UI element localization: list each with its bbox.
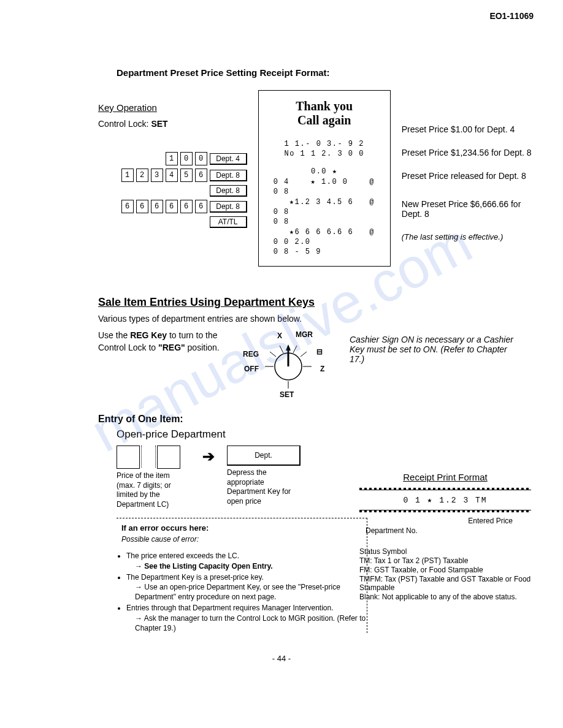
key-digit: 6 [195, 169, 207, 182]
key-digit: 6 [166, 200, 178, 213]
key-digit: 1 [121, 169, 134, 182]
rpf-title: Receipt Print Format [359, 472, 531, 482]
error-bullet: The price entered exceeds the LC. → See … [126, 551, 367, 571]
dept-button: Dept. 8 [210, 201, 247, 213]
callout-1: Preset Price $1.00 for Dept. 4 [402, 124, 538, 134]
callout-2: Preset Price $1,234.56 for Dept. 8 [402, 148, 538, 157]
key-digit: 6 [151, 200, 163, 213]
key-digit: 4 [166, 169, 178, 182]
svg-line-5 [293, 346, 297, 353]
entry-heading: Entry of One Item: [98, 414, 538, 425]
dept-button: Dept. 8 [210, 185, 247, 197]
status-item: TMFM: Tax (PST) Taxable and GST Taxable … [359, 575, 531, 592]
key-digit: 6 [180, 200, 193, 213]
dial-mgr: MGR [296, 330, 313, 339]
attl-button: AT/TL [210, 216, 247, 228]
receipt-line: Call again [265, 113, 384, 127]
key-row: AT/TL [98, 216, 247, 228]
rpf-dept: Department No. [359, 526, 531, 535]
reg-instruction: Use the REG Key to turn to the Control L… [98, 330, 227, 354]
receipt-zero: 0.0 ★ [265, 167, 384, 176]
key-row: 1 0 0 Dept. 4 [98, 152, 247, 165]
dial-dash: ⊟ [316, 347, 323, 356]
key-digit: 6 [195, 200, 207, 213]
dial-z: Z [320, 365, 324, 373]
key-digit: 2 [136, 169, 148, 182]
error-bullet: The Department Key is a preset-price key… [126, 572, 367, 602]
status-title: Status Symbol [359, 547, 531, 556]
section2-title: Sale Item Entries Using Department Keys [98, 296, 538, 309]
cashier-note: Cashier Sign ON is necessary or a Cashie… [350, 335, 515, 364]
receipt-row: 0 8 - 5 9 [265, 248, 384, 256]
key-row: Dept. 8 [98, 185, 247, 197]
key-digit: 0 [195, 152, 207, 165]
svg-line-4 [280, 346, 283, 353]
dial-off: OFF [244, 365, 259, 373]
digit-box [157, 446, 180, 469]
key-digit: 1 [166, 152, 178, 165]
svg-line-6 [301, 352, 307, 357]
receipt-no: No 1 1 2. 3 0 0 [265, 150, 384, 158]
status-item: TM: Tax 1 or Tax 2 (PST) Taxable [359, 556, 531, 565]
rpf-entered: Entered Price [359, 517, 531, 525]
receipt-date: 1 1.- 0 3.- 9 2 [265, 140, 384, 148]
error-box: If an error occurs here: Possible cause … [117, 518, 367, 633]
key-row: 6 6 6 6 6 6 Dept. 8 [98, 200, 247, 213]
receipt-row: 0 4 ★ 1.0 0 @ [265, 177, 384, 186]
key-digit: 3 [151, 169, 163, 182]
svg-line-3 [270, 352, 276, 357]
rpf-sample: 0 1 ★ 1.2 3 TM [359, 490, 531, 510]
status-item: Blank: Not applicable to any of the abov… [359, 593, 531, 601]
dept-button: Dept. 8 [210, 170, 247, 181]
receipt-row: 0 8 [265, 208, 384, 216]
key-digit: 6 [136, 200, 148, 213]
key-row: 1 2 3 4 5 6 Dept. 8 [98, 169, 247, 182]
dial-x: X [277, 332, 282, 340]
control-lock-dial: REG X MGR ⊟ Z OFF SET [239, 330, 337, 399]
receipt-line: Thank you [265, 99, 384, 113]
receipt-row: ★1.2 3 4.5 6 @ [265, 197, 384, 207]
dept-button: Dept. 4 [210, 153, 247, 165]
dial-reg: REG [243, 350, 259, 358]
svg-marker-2 [286, 344, 291, 351]
callout-3: Preset Price released for Dept. 8 [402, 171, 538, 181]
control-lock-label: Control Lock: [98, 119, 151, 129]
callout-4: New Preset Price $6,666.66 for Dept. 8 [402, 199, 538, 219]
receipt-row: 0 8 [265, 188, 384, 196]
error-heading: If an error occurs here: [121, 523, 367, 533]
price-caption: Price of the item (max. 7 digits; or lim… [117, 471, 190, 509]
callout-note: (The last setting is effective.) [402, 232, 538, 241]
receipt-row: ★6 6 6 6.6 6 @ [265, 227, 384, 237]
open-price-heading: Open-price Department [117, 428, 538, 441]
receipt-row: 0 8 [265, 218, 384, 226]
dept-caption: Depress the appropriate Department Key f… [227, 468, 301, 506]
receipt-preview: Thank you Call again 1 1.- 0 3.- 9 2 No … [258, 90, 391, 267]
digit-box [117, 446, 140, 469]
page-number: - 44 - [25, 654, 538, 663]
error-bullet: Entries through that Department requires… [126, 603, 367, 633]
key-digit: 0 [180, 152, 193, 165]
digit-ellipsis [141, 446, 156, 468]
key-digit: 6 [121, 200, 134, 213]
para-intro: Various types of department entries are … [98, 314, 538, 324]
dept-key: Dept. [227, 446, 301, 466]
arrow-icon: ➔ [202, 446, 215, 465]
error-subheading: Possible cause of error: [121, 535, 367, 544]
status-item: FM: GST Taxable, or Food Stampable [359, 566, 531, 574]
doc-id: EO1-11069 [489, 11, 534, 21]
dial-set: SET [280, 390, 294, 399]
key-digit: 5 [180, 169, 193, 182]
key-operation-heading: Key Operation [98, 102, 247, 113]
section1-title: Department Preset Price Setting Receipt … [117, 67, 538, 78]
control-lock-value: SET [151, 119, 167, 129]
receipt-row: 0 0 2.0 [265, 238, 384, 246]
